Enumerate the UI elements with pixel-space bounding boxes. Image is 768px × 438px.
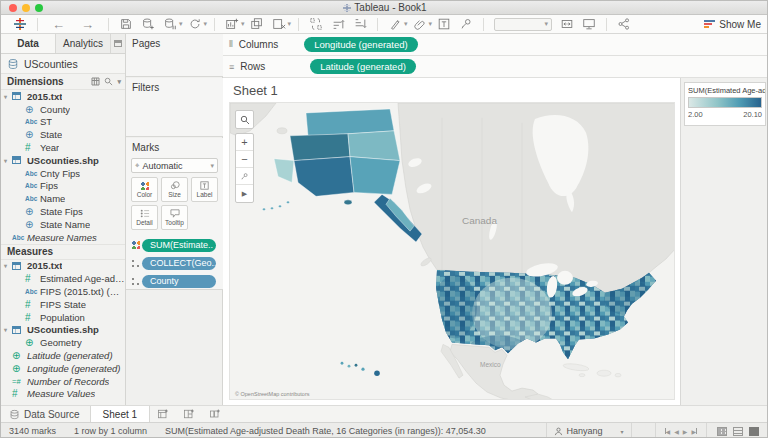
duplicate-sheet-button[interactable] (249, 16, 265, 33)
fix-axes-pin-button[interactable] (458, 16, 474, 33)
detail-button[interactable]: Detail (131, 205, 158, 230)
sort-ascending-button[interactable] (330, 16, 346, 33)
sheet-title[interactable]: Sheet 1 (233, 83, 278, 98)
new-story-tab-button[interactable] (202, 406, 228, 422)
map-search-button[interactable] (235, 110, 254, 129)
color-legend[interactable]: SUM(Estimated Age-ad... 2.00 20.10 (684, 82, 766, 126)
presentation-mode-button[interactable] (581, 16, 597, 33)
field-row[interactable]: =#Number of Records (1, 375, 125, 388)
marks-pill[interactable]: County (142, 275, 216, 288)
show-fullscreen-view-icon[interactable] (749, 427, 759, 436)
field-row[interactable]: ▾2015.txt (1, 260, 125, 273)
field-row[interactable]: #Estimated Age-adjuste... (1, 272, 125, 285)
tab-data-source[interactable]: Data Source (1, 406, 90, 422)
nav-prev-icon[interactable]: ◀ (674, 428, 679, 435)
show-tabs-view-icon[interactable] (717, 427, 727, 436)
new-dashboard-tab-button[interactable] (176, 406, 202, 422)
tooltip-button[interactable]: Tooltip (161, 205, 188, 230)
undo-button[interactable]: ← (52, 17, 65, 32)
run-updates-caret-icon[interactable]: ▾ (204, 20, 208, 28)
twisty-icon[interactable]: ▾ (4, 262, 12, 269)
nav-first-icon[interactable]: ◀ (665, 428, 671, 435)
field-row[interactable]: AbcFIPS (2015.txt) (Count) (1, 285, 125, 298)
fit-selector[interactable]: ▾ (494, 18, 552, 31)
pages-card[interactable]: Pages (126, 34, 223, 77)
marks-pill[interactable]: COLLECT(Geo.. (142, 257, 216, 270)
filters-card[interactable]: Filters (126, 78, 223, 137)
user-menu[interactable]: Hanyang ▾ (546, 423, 631, 438)
columns-pill[interactable]: Longitude (generated) (304, 37, 418, 52)
field-row[interactable]: #Measure Values (1, 388, 125, 401)
run-updates-button[interactable] (187, 16, 203, 33)
field-row[interactable]: ▾UScounties.shp (1, 324, 125, 337)
rows-pill[interactable]: Latitude (generated) (310, 59, 416, 74)
color-button[interactable]: Color (131, 177, 158, 202)
field-row[interactable]: AbcFips (1, 180, 125, 193)
clear-sheet-button[interactable] (271, 16, 287, 33)
field-row[interactable]: #Year (1, 141, 125, 154)
size-button[interactable]: Size (161, 177, 188, 202)
view-data-icon[interactable] (91, 77, 100, 86)
twisty-icon[interactable]: ▾ (4, 326, 12, 333)
group-members-caret-icon[interactable]: ▾ (429, 20, 433, 28)
nav-next-icon[interactable]: ▶ (683, 428, 688, 435)
share-button[interactable] (616, 16, 632, 33)
map-view[interactable]: Canada Mexico © OpenStreetMap contributo… (229, 102, 675, 400)
dimensions-menu-caret-icon[interactable]: ▾ (117, 78, 121, 86)
field-row[interactable]: AbcCnty Fips (1, 167, 125, 180)
label-button[interactable]: Label (191, 177, 218, 202)
tableau-logo-icon[interactable] (12, 16, 28, 33)
color-dots-icon[interactable] (129, 241, 142, 249)
field-row[interactable]: ⊕Latitude (generated) (1, 349, 125, 362)
new-worksheet-button[interactable] (224, 16, 240, 33)
map-canvas[interactable]: Canada Mexico © OpenStreetMap contributo… (230, 103, 675, 400)
field-row[interactable]: ⊕State (1, 128, 125, 141)
detail-dots-icon[interactable] (129, 259, 142, 268)
redo-button[interactable]: → (81, 17, 94, 32)
find-field-icon[interactable] (104, 77, 113, 86)
swap-rows-columns-button[interactable] (308, 16, 324, 33)
fit-axes-button[interactable] (559, 16, 575, 33)
highlight-button[interactable] (387, 16, 403, 33)
pause-updates-button[interactable] (162, 16, 178, 33)
datasource-item[interactable]: UScounties (1, 54, 125, 74)
pane-pin-icon[interactable] (111, 34, 125, 53)
mark-type-selector[interactable]: ⌖ Automatic ▾ (131, 158, 218, 173)
nav-last-icon[interactable]: ▶ (691, 428, 697, 435)
field-row[interactable]: AbcMeasure Names (1, 231, 125, 244)
group-members-button[interactable] (412, 16, 428, 33)
field-row[interactable]: ▾2015.txt (1, 90, 125, 103)
field-row[interactable]: ▾UScounties.shp (1, 154, 125, 167)
legend-gradient[interactable] (688, 97, 762, 108)
rows-shelf[interactable]: ≡ Rows Latitude (generated) (223, 56, 768, 78)
tab-data[interactable]: Data (1, 34, 56, 53)
field-row[interactable]: ⊕Geometry (1, 336, 125, 349)
save-button[interactable] (118, 16, 134, 33)
marks-pill[interactable]: SUM(Estimate.. (142, 239, 216, 252)
field-row[interactable]: ⊕State Fips (1, 205, 125, 218)
tab-analytics[interactable]: Analytics (56, 34, 111, 53)
map-pan-tools-button[interactable]: ▶ (236, 185, 253, 202)
twisty-icon[interactable]: ▾ (4, 157, 12, 164)
sort-descending-button[interactable] (352, 16, 368, 33)
show-me-button[interactable]: Show Me (704, 19, 761, 30)
zoom-out-button[interactable]: − (236, 151, 253, 168)
new-worksheet-tab-button[interactable] (150, 406, 176, 422)
zoom-in-button[interactable]: + (236, 134, 253, 151)
tab-sheet-1[interactable]: Sheet 1 (90, 406, 150, 422)
add-datasource-button[interactable] (140, 16, 156, 33)
field-row[interactable]: #FIPS State (1, 298, 125, 311)
field-row[interactable]: AbcName (1, 192, 125, 205)
new-worksheet-caret-icon[interactable]: ▾ (241, 20, 245, 28)
twisty-icon[interactable]: ▾ (4, 93, 12, 100)
clear-sheet-caret-icon[interactable]: ▾ (288, 20, 292, 28)
field-row[interactable]: ⊕State Name (1, 218, 125, 231)
field-row[interactable]: ⊕Longitude (generated) (1, 362, 125, 375)
detail-dots-icon[interactable] (129, 277, 142, 286)
field-row[interactable]: ⊕County (1, 103, 125, 116)
zoom-home-pin-button[interactable] (236, 168, 253, 185)
pause-updates-caret-icon[interactable]: ▾ (179, 20, 183, 28)
field-row[interactable]: AbcST (1, 116, 125, 129)
field-row[interactable]: #Population (1, 311, 125, 324)
highlight-caret-icon[interactable]: ▾ (404, 20, 408, 28)
